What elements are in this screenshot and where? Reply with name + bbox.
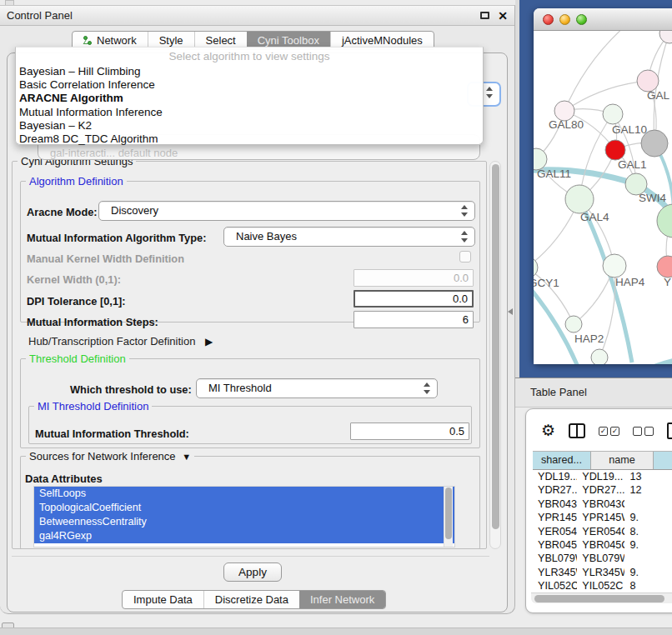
dpi-tolerance-input[interactable] bbox=[354, 290, 474, 308]
node-hap4[interactable] bbox=[603, 254, 626, 278]
data-attribute-item[interactable]: TopologicalCoefficient bbox=[34, 501, 454, 515]
node-label: GAL80 bbox=[549, 118, 584, 131]
deselect-all-columns-icon[interactable] bbox=[633, 427, 654, 436]
node-hap2[interactable] bbox=[565, 316, 582, 332]
column-header[interactable]: name bbox=[591, 452, 654, 469]
spinner-icon bbox=[461, 231, 469, 242]
gear-icon[interactable]: ⚙ bbox=[541, 422, 555, 439]
network-canvas-svg: GALGAL80GAL10GAL1GAL11SWI4GAL4GCY1HAP4YH… bbox=[534, 31, 672, 364]
tab-discretize-data[interactable]: Discretize Data bbox=[203, 591, 299, 608]
node-label: GAL bbox=[647, 89, 670, 102]
algorithm-popup: Select algorithm to view settings Bayesi… bbox=[15, 47, 484, 145]
data-attribute-item[interactable]: gal4RGexp bbox=[34, 529, 454, 543]
select-all-columns-icon[interactable]: ✓ ✓ bbox=[599, 427, 619, 436]
table-row[interactable]: YDR27...YDR27...12 bbox=[533, 483, 672, 497]
screen: Control Panel ✕ NetworkStyleSelectCyni T… bbox=[0, 0, 672, 635]
mi-type-combo[interactable]: Naive Bayes bbox=[223, 227, 475, 247]
spinner-icon bbox=[424, 382, 431, 394]
table-row[interactable]: YBR045CYBR045C9. bbox=[533, 538, 672, 552]
algorithm-option[interactable]: Mutual Information Inference bbox=[16, 106, 483, 119]
collapse-down-icon[interactable]: ▼ bbox=[182, 452, 191, 462]
table-cell bbox=[624, 552, 672, 565]
table-row[interactable]: YER054CYER054C8. bbox=[533, 525, 672, 538]
covered-combo-value: gal-interacti... default node bbox=[50, 147, 178, 159]
checked-box-icon: ✓ bbox=[599, 427, 608, 436]
table-row[interactable]: YBL079WYBL079W bbox=[533, 552, 672, 565]
network-canvas[interactable]: GALGAL80GAL10GAL1GAL11SWI4GAL4GCY1HAP4YH… bbox=[534, 31, 672, 364]
split-view-icon[interactable] bbox=[569, 423, 585, 438]
table-cell: 13 bbox=[624, 470, 672, 483]
table-row[interactable]: YPR145WYPR145W9. bbox=[533, 511, 672, 524]
node-green-right[interactable] bbox=[657, 204, 672, 238]
page-icon[interactable] bbox=[667, 422, 672, 439]
close-icon[interactable]: ✕ bbox=[498, 6, 508, 26]
expand-right-icon: ▶ bbox=[205, 336, 213, 348]
node-label: SWI4 bbox=[639, 192, 666, 204]
float-window-icon[interactable] bbox=[480, 12, 489, 19]
splitter-collapse-arrow[interactable] bbox=[508, 308, 513, 315]
attributes-list-scrollbar[interactable] bbox=[444, 487, 453, 547]
table-cell: YDR27... bbox=[577, 483, 624, 497]
kernel-width-input bbox=[354, 269, 474, 287]
algorithm-definition-title: Algorithm Definition bbox=[26, 175, 127, 188]
settings-scrollbar[interactable] bbox=[489, 161, 501, 549]
table-row[interactable]: YBR043CYBR043C bbox=[533, 498, 672, 511]
node-gal4[interactable] bbox=[565, 185, 594, 213]
table-cell: YLR345W bbox=[533, 566, 577, 579]
table-row[interactable]: YIL052CYIL052C8 bbox=[533, 579, 672, 592]
mi-type-value: Naive Bayes bbox=[236, 228, 297, 246]
minimize-traffic-light[interactable] bbox=[559, 14, 570, 25]
algorithm-option[interactable]: Basic Correlation Inference bbox=[16, 78, 483, 92]
close-traffic-light[interactable] bbox=[543, 14, 554, 25]
which-threshold-combo[interactable]: MI Threshold bbox=[196, 378, 438, 398]
window-title: Control Panel bbox=[7, 6, 73, 26]
attributes-scrollbar-thumb[interactable] bbox=[445, 488, 452, 539]
table-cell: 9. bbox=[624, 511, 672, 524]
node-label: HAP2 bbox=[574, 332, 604, 345]
mi-steps-input[interactable] bbox=[354, 311, 474, 328]
control-panel-window: Control Panel ✕ NetworkStyleSelectCyni T… bbox=[0, 5, 515, 614]
apply-button[interactable]: Apply bbox=[223, 562, 282, 582]
spinner-icon bbox=[461, 205, 469, 217]
tab-impute-data[interactable]: Impute Data bbox=[123, 591, 203, 608]
which-threshold-label: Which threshold to use: bbox=[70, 383, 192, 396]
table-row[interactable]: YDL19...YDL19...13 bbox=[533, 470, 672, 483]
node-gal1[interactable] bbox=[605, 140, 625, 160]
algorithm-option[interactable]: Bayesian – Hill Climbing bbox=[16, 65, 483, 78]
column-header[interactable]: A bbox=[654, 452, 672, 469]
node-partial-bottom[interactable] bbox=[591, 349, 608, 364]
table-cell: 9. bbox=[624, 566, 672, 579]
network-window-titlebar[interactable] bbox=[534, 8, 672, 31]
node-salmon[interactable] bbox=[657, 256, 672, 278]
settings-scrollbar-thumb[interactable] bbox=[492, 164, 499, 529]
table-cell: YDL19... bbox=[577, 470, 624, 483]
hub-definition-toggle[interactable]: Hub/Transcription Factor Definition ▶ bbox=[28, 335, 213, 348]
node-label: GAL4 bbox=[580, 211, 609, 223]
aracne-mode-label: Aracne Mode: bbox=[27, 206, 98, 218]
algorithm-option[interactable]: ARACNE Algorithm bbox=[16, 92, 483, 105]
mi-threshold-input[interactable] bbox=[350, 422, 469, 440]
node-label: GAL1 bbox=[618, 158, 647, 171]
divider bbox=[12, 556, 489, 557]
algorithm-option[interactable]: Dream8 DC_TDC Algorithm bbox=[16, 132, 483, 146]
table-row[interactable]: YLR345WYLR345W9. bbox=[533, 566, 672, 579]
table-rows: YDL19...YDL19...13YDR27...YDR27...12YBR0… bbox=[533, 470, 672, 592]
table-hscrollbar-thumb[interactable] bbox=[534, 595, 664, 602]
zoom-traffic-light[interactable] bbox=[576, 14, 587, 25]
table-hscrollbar[interactable] bbox=[531, 592, 672, 603]
node-label: GAL10 bbox=[612, 123, 647, 136]
tab-infer-network[interactable]: Infer Network bbox=[299, 591, 385, 608]
data-attribute-item[interactable]: BetweennessCentrality bbox=[34, 515, 454, 529]
column-header[interactable]: shared... bbox=[533, 452, 591, 469]
algorithm-option[interactable]: Bayesian – K2 bbox=[16, 119, 483, 132]
node-gal10[interactable] bbox=[603, 104, 623, 124]
table-cell: 9. bbox=[624, 538, 672, 552]
table-cell: YBL079W bbox=[533, 552, 577, 565]
aracne-mode-combo[interactable]: Discovery bbox=[98, 201, 475, 221]
manual-kernel-label: Manual Kernel Width Definition bbox=[27, 252, 184, 265]
node-partial-top[interactable] bbox=[659, 31, 672, 43]
table-cell: YBR043C bbox=[577, 498, 624, 511]
data-attribute-item[interactable]: SelfLoops bbox=[34, 487, 454, 501]
data-attributes-label: Data Attributes bbox=[25, 472, 103, 485]
table-cell: YIL052C bbox=[577, 579, 624, 592]
